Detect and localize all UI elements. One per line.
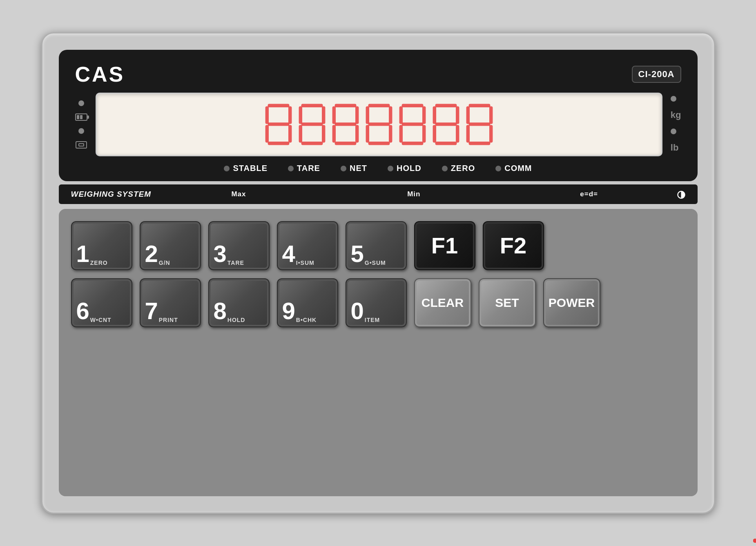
svg-rect-4: [265, 125, 268, 142]
key-0-number: 0: [351, 299, 364, 323]
key-2-gn[interactable]: 2 G/N: [140, 221, 201, 270]
key-clear[interactable]: CLEAR: [414, 278, 471, 327]
svg-rect-20: [335, 142, 356, 145]
unit-kg-label: kg: [671, 110, 681, 120]
display-area: kg lb: [75, 93, 681, 156]
key-f2[interactable]: F2: [483, 221, 544, 270]
key-7-print[interactable]: 7 PRINT: [140, 278, 201, 327]
right-indicator-bottom: [671, 129, 676, 134]
display-panel: CAS CI-200A: [59, 50, 698, 181]
hold-led: [388, 166, 393, 171]
key-set[interactable]: SET: [479, 278, 536, 327]
left-indicators: [75, 100, 87, 149]
svg-rect-24: [368, 122, 390, 126]
key-1-zero[interactable]: 1 ZERO: [71, 221, 132, 270]
seg-digit-6: [431, 102, 461, 147]
key-3-number: 3: [214, 242, 227, 266]
key-7-sub: PRINT: [159, 317, 178, 323]
key-4-isum[interactable]: 4 I•SUM: [277, 221, 338, 270]
key-8-hold[interactable]: 8 HOLD: [208, 278, 270, 327]
status-comm: COMM: [495, 164, 532, 173]
info-bar: WEIGHING SYSTEM Max Min e=d= ◑: [59, 184, 698, 204]
keypad-row-2: 6 W•CNT 7 PRINT 8 HOLD 9 B•CHK: [71, 278, 685, 327]
digit-4: [364, 102, 394, 147]
key-f1-label: F1: [431, 234, 458, 257]
status-stable: STABLE: [224, 164, 268, 173]
seg-digit-3: [331, 102, 360, 147]
svg-rect-1: [265, 107, 268, 124]
contrast-icon: ◑: [677, 189, 685, 200]
svg-rect-22: [366, 107, 369, 124]
key-f1[interactable]: F1: [414, 221, 475, 270]
stable-label: STABLE: [233, 164, 268, 173]
tare-label: TARE: [297, 164, 320, 173]
seg-digit-5: [398, 102, 427, 147]
svg-rect-41: [435, 142, 457, 145]
key-3-tare[interactable]: 3 TARE: [208, 221, 270, 270]
battery-icon: [75, 113, 87, 121]
lcd-screen: [96, 93, 662, 156]
key-6-wcnt[interactable]: 6 W•CNT: [71, 278, 132, 327]
power-icon: [76, 141, 87, 149]
svg-rect-23: [389, 107, 392, 124]
status-net: NET: [341, 164, 367, 173]
device-body: CAS CI-200A: [41, 32, 715, 514]
key-4-number: 4: [282, 242, 295, 266]
svg-rect-11: [299, 125, 302, 142]
svg-rect-18: [332, 125, 335, 142]
svg-rect-35: [435, 104, 457, 107]
comm-led: [495, 166, 501, 171]
keypad-panel: 1 ZERO 2 G/N 3 TARE 4 I•SUM: [59, 209, 698, 496]
svg-rect-33: [422, 125, 426, 142]
svg-rect-29: [399, 107, 402, 124]
svg-rect-26: [389, 125, 392, 142]
key-power-label: POWER: [549, 297, 595, 309]
key-6-sub: W•CNT: [90, 317, 112, 323]
svg-rect-3: [268, 122, 289, 126]
key-5-gsum[interactable]: 5 G•SUM: [346, 221, 407, 270]
unit-lb-label: lb: [671, 142, 679, 153]
svg-rect-38: [435, 122, 457, 126]
svg-rect-37: [456, 107, 459, 124]
svg-rect-48: [468, 142, 490, 145]
svg-rect-31: [401, 122, 423, 126]
seg-digit-4: [364, 102, 394, 147]
eod-label: e=d=: [502, 190, 677, 198]
seg-digit-7: [465, 102, 494, 147]
key-8-number: 8: [214, 299, 227, 323]
svg-rect-42: [468, 104, 490, 107]
key-power[interactable]: POWER: [543, 278, 600, 327]
key-3-sub: TARE: [227, 260, 244, 266]
system-label: WEIGHING SYSTEM: [71, 190, 152, 199]
svg-rect-5: [288, 125, 292, 142]
hold-label: HOLD: [397, 164, 421, 173]
digit-2: [297, 102, 327, 147]
key-clear-label: CLEAR: [419, 297, 466, 309]
svg-rect-9: [322, 107, 325, 124]
svg-rect-27: [368, 142, 390, 145]
svg-rect-40: [456, 125, 459, 142]
svg-rect-7: [301, 104, 323, 107]
key-2-sub: G/N: [159, 260, 170, 266]
svg-rect-13: [301, 142, 323, 145]
max-label: Max: [151, 190, 326, 198]
svg-rect-25: [366, 125, 369, 142]
zero-label: ZERO: [451, 164, 475, 173]
svg-rect-28: [401, 104, 423, 107]
svg-rect-15: [332, 107, 335, 124]
right-indicator-top: [671, 96, 676, 102]
svg-rect-21: [368, 104, 390, 107]
key-9-bchk[interactable]: 9 B•CHK: [277, 278, 338, 327]
key-1-number: 1: [76, 242, 89, 266]
digit-7-dot: [753, 539, 756, 543]
svg-rect-45: [468, 122, 490, 126]
svg-rect-17: [335, 122, 356, 126]
svg-rect-0: [268, 104, 289, 107]
key-f2-label: F2: [500, 234, 526, 257]
status-tare: TARE: [288, 164, 320, 173]
stable-led: [224, 166, 230, 171]
right-indicators: kg lb: [671, 96, 681, 153]
status-zero: ZERO: [442, 164, 475, 173]
comm-label: COMM: [504, 164, 532, 173]
key-0-item[interactable]: 0 ITEM: [346, 278, 407, 327]
